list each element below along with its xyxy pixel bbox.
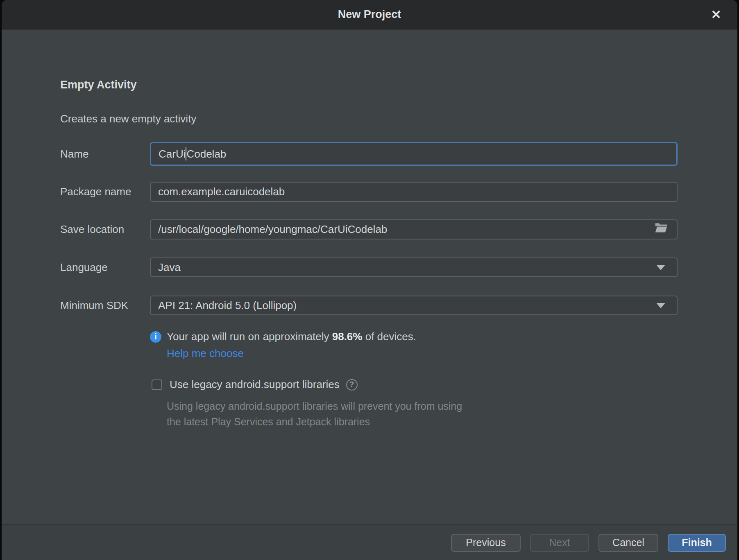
next-button[interactable]: Next: [530, 534, 589, 552]
coverage-suffix: of devices.: [362, 330, 416, 343]
legacy-support-label: Use legacy android.support libraries: [170, 378, 340, 391]
new-project-dialog: New Project ✕ Empty Activity Creates a n…: [2, 0, 737, 560]
dialog-title: New Project: [338, 8, 401, 21]
close-icon[interactable]: ✕: [707, 0, 725, 29]
legacy-support-checkbox[interactable]: [152, 379, 162, 390]
legacy-description-line2: the latest Play Services and Jetpack lib…: [167, 414, 462, 429]
legacy-support-row: Use legacy android.support libraries ?: [152, 378, 358, 391]
language-select[interactable]: Java: [150, 257, 678, 277]
chevron-down-icon[interactable]: [656, 303, 665, 308]
save-location-value: /usr/local/google/home/youngmac/CarUiCod…: [158, 223, 387, 236]
cancel-button[interactable]: Cancel: [598, 534, 658, 552]
minimum-sdk-label: Minimum SDK: [60, 299, 128, 312]
chevron-down-icon[interactable]: [656, 265, 665, 270]
legacy-support-description: Using legacy android.support libraries w…: [167, 398, 462, 429]
package-name-value: com.example.caruicodelab: [158, 185, 285, 198]
screen: New Project ✕ Empty Activity Creates a n…: [0, 0, 739, 560]
help-me-choose-link[interactable]: Help me choose: [167, 347, 244, 360]
minimum-sdk-value: API 21: Android 5.0 (Lollipop): [158, 299, 297, 312]
coverage-prefix: Your app will run on approximately: [167, 330, 332, 343]
dialog-titlebar: New Project ✕: [2, 0, 737, 29]
device-coverage-info: i Your app will run on approximately 98.…: [150, 330, 416, 343]
language-value: Java: [158, 261, 181, 274]
dialog-footer: Previous Next Cancel Finish: [2, 524, 737, 560]
help-circle-icon[interactable]: ?: [346, 379, 358, 391]
save-location-input[interactable]: /usr/local/google/home/youngmac/CarUiCod…: [150, 219, 678, 239]
package-name-input[interactable]: com.example.caruicodelab: [150, 182, 678, 202]
minimum-sdk-select[interactable]: API 21: Android 5.0 (Lollipop): [150, 296, 678, 315]
dialog-body: Empty Activity Creates a new empty activ…: [2, 29, 737, 524]
previous-button[interactable]: Previous: [451, 534, 521, 552]
name-label: Name: [60, 147, 88, 160]
name-value-after-caret: Codelab: [186, 148, 226, 160]
folder-browse-icon[interactable]: [625, 210, 668, 249]
finish-button[interactable]: Finish: [668, 534, 726, 552]
language-label: Language: [60, 261, 108, 274]
coverage-percent: 98.6%: [332, 330, 363, 343]
name-value-before-caret: CarUi: [159, 148, 186, 160]
info-icon: i: [150, 331, 161, 343]
package-name-label: Package name: [60, 185, 131, 198]
save-location-label: Save location: [60, 223, 124, 236]
name-input[interactable]: CarUiCodelab: [150, 142, 678, 166]
template-description: Creates a new empty activity: [60, 113, 196, 125]
device-coverage-text: Your app will run on approximately 98.6%…: [167, 330, 416, 343]
legacy-description-line1: Using legacy android.support libraries w…: [167, 398, 462, 414]
template-name-heading: Empty Activity: [60, 79, 137, 91]
